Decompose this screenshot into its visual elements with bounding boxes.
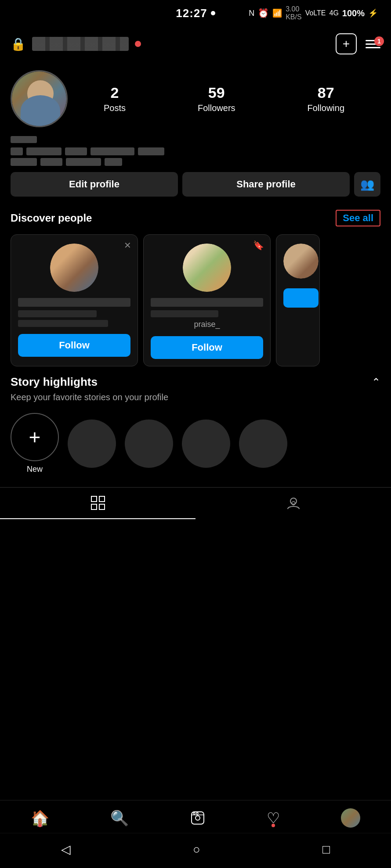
highlights-collapse-button[interactable]: ⌃ bbox=[372, 376, 380, 388]
following-stat[interactable]: 87 Following bbox=[308, 84, 344, 113]
discover-card-1: ✕ Follow bbox=[11, 234, 138, 366]
tagged-icon bbox=[286, 496, 301, 511]
profile-section: 2 Posts 59 Followers 87 Following bbox=[0, 61, 391, 197]
card-close-1[interactable]: ✕ bbox=[124, 240, 131, 251]
system-nav: ◁ ○ □ bbox=[0, 833, 391, 868]
bio-block-1 bbox=[11, 147, 23, 155]
nav-profile[interactable] bbox=[341, 808, 360, 828]
home-button[interactable]: ○ bbox=[184, 840, 209, 859]
bottom-nav-items: 🏠 🔍 ♡ bbox=[0, 800, 391, 833]
tab-tagged[interactable] bbox=[196, 488, 391, 519]
username-display bbox=[32, 37, 129, 51]
card-close-2[interactable]: 🔖 bbox=[253, 240, 264, 251]
highlights-subtitle: Keep your favorite stories on your profi… bbox=[11, 392, 380, 402]
card-sub-3 bbox=[151, 310, 218, 317]
follow-button-2[interactable]: Follow bbox=[151, 336, 263, 359]
bottom-nav: 🏠 🔍 ♡ ◁ ○ □ bbox=[0, 800, 391, 868]
new-highlight-item[interactable]: + New bbox=[11, 413, 59, 474]
card-avatar-2[interactable] bbox=[183, 244, 231, 292]
data-speed: 3.00KB/S bbox=[286, 5, 301, 21]
username-area bbox=[32, 37, 336, 51]
home-icon: 🏠 bbox=[31, 811, 49, 825]
profile-avatar[interactable] bbox=[11, 70, 68, 127]
bio-line-1 bbox=[11, 147, 380, 155]
follow-button-3[interactable] bbox=[283, 288, 319, 308]
menu-button[interactable]: 1 bbox=[366, 40, 380, 48]
status-time: 12:27 bbox=[176, 7, 207, 20]
bottom-spacer bbox=[0, 519, 391, 607]
card-sub-1 bbox=[18, 310, 97, 317]
bio-block-3 bbox=[65, 147, 87, 155]
content-tabs bbox=[0, 487, 391, 519]
highlight-circle-1 bbox=[68, 420, 116, 468]
highlight-item-3[interactable] bbox=[182, 420, 230, 468]
profile-nav-avatar bbox=[341, 808, 360, 828]
bio-block-6 bbox=[11, 158, 37, 166]
highlight-item-4[interactable] bbox=[239, 420, 287, 468]
plus-icon-highlight: + bbox=[29, 427, 41, 447]
svg-rect-1 bbox=[99, 496, 105, 502]
discover-cards: ✕ Follow 🔖 praise_ Follow bbox=[11, 234, 380, 366]
notification-badge: 1 bbox=[374, 36, 384, 46]
activity-dot bbox=[135, 41, 141, 47]
card-name-blur-2 bbox=[151, 298, 263, 307]
menu-line-3 bbox=[366, 47, 380, 48]
svg-rect-0 bbox=[91, 496, 97, 502]
nav-reels[interactable] bbox=[190, 810, 206, 826]
posts-stat[interactable]: 2 Posts bbox=[104, 84, 126, 113]
card-name-blur-1 bbox=[18, 298, 130, 307]
follow-button-1[interactable]: Follow bbox=[18, 334, 130, 357]
highlight-item-1[interactable] bbox=[68, 420, 116, 468]
discover-title: Discover people bbox=[11, 212, 92, 224]
highlight-circle-3 bbox=[182, 420, 230, 468]
highlight-item-2[interactable] bbox=[125, 420, 173, 468]
bio-area bbox=[11, 136, 380, 166]
highlights-section: Story highlights ⌃ Keep your favorite st… bbox=[0, 375, 391, 474]
new-highlight-label: New bbox=[27, 465, 43, 474]
profile-nav-img bbox=[341, 808, 360, 828]
back-button[interactable]: ◁ bbox=[52, 839, 80, 859]
card-avatar-3[interactable] bbox=[283, 244, 319, 279]
bio-name bbox=[11, 136, 37, 143]
battery-icon: ⚡ bbox=[368, 8, 378, 18]
bio-block-8 bbox=[66, 158, 101, 166]
card-user-2: praise_ bbox=[151, 298, 263, 329]
bio-line-2 bbox=[11, 158, 380, 166]
discover-card-3 bbox=[276, 234, 320, 366]
card-avatar-1[interactable] bbox=[50, 244, 98, 292]
add-friend-button[interactable]: 👥 bbox=[354, 172, 380, 197]
nav-search[interactable]: 🔍 bbox=[110, 811, 129, 825]
svg-point-9 bbox=[193, 813, 195, 814]
activity-notification-dot bbox=[272, 824, 275, 827]
followers-stat[interactable]: 59 Followers bbox=[198, 84, 235, 113]
recents-button[interactable]: □ bbox=[314, 840, 339, 859]
bio-block-7 bbox=[40, 158, 62, 166]
svg-point-7 bbox=[196, 816, 200, 820]
highlights-row: + New bbox=[11, 413, 380, 474]
share-profile-button[interactable]: Share profile bbox=[182, 172, 350, 197]
highlight-circle-4 bbox=[239, 420, 287, 468]
edit-profile-button[interactable]: Edit profile bbox=[11, 172, 178, 197]
following-label: Following bbox=[308, 103, 344, 113]
card-sub-2 bbox=[18, 320, 108, 327]
lock-icon: 🔒 bbox=[11, 37, 26, 51]
nav-actions: + 1 bbox=[336, 33, 380, 54]
search-icon: 🔍 bbox=[110, 811, 129, 825]
see-all-button[interactable]: See all bbox=[336, 210, 380, 226]
nav-home[interactable]: 🏠 bbox=[31, 811, 49, 825]
home-activity-dot bbox=[38, 824, 42, 827]
tab-grid[interactable] bbox=[0, 488, 196, 519]
card-avatar-img-1 bbox=[50, 244, 98, 292]
add-post-button[interactable]: + bbox=[336, 33, 357, 54]
plus-icon: + bbox=[343, 37, 350, 51]
highlights-header: Story highlights ⌃ bbox=[11, 375, 380, 389]
posts-label: Posts bbox=[104, 103, 126, 113]
discover-card-2: 🔖 praise_ Follow bbox=[143, 234, 271, 366]
profile-header: 2 Posts 59 Followers 87 Following bbox=[11, 70, 380, 127]
card-avatar-img-2 bbox=[183, 244, 231, 292]
nav-activity[interactable]: ♡ bbox=[267, 811, 280, 825]
card-partial-username-2: praise_ bbox=[151, 320, 263, 329]
bio-block-9 bbox=[105, 158, 122, 166]
battery-percentage: 100% bbox=[342, 8, 365, 18]
status-dot bbox=[211, 11, 215, 15]
